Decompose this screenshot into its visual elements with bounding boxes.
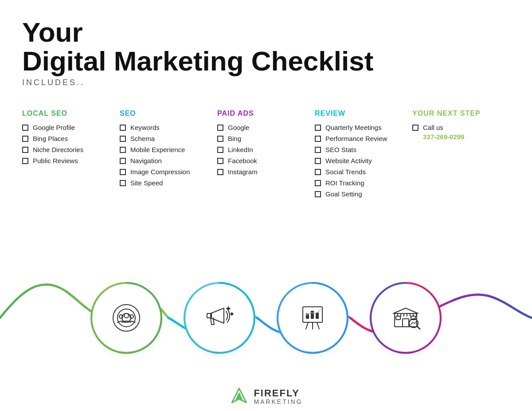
list-item: Navigation (120, 157, 217, 164)
column-next-step: YOUR NEXT STEP Call us 337-269-0299 (412, 110, 510, 201)
checkbox-icon (120, 136, 126, 142)
logo-section: FIREFLY MARKETING (229, 387, 302, 407)
phone-number: 337-269-0299 (423, 133, 464, 141)
item-label: Performance Review (325, 135, 387, 142)
list-item: Quarterly Meetings (315, 124, 412, 131)
checkbox-icon (315, 158, 321, 164)
item-label: Schema (130, 135, 155, 142)
storefront-icon (388, 300, 423, 336)
item-label: Navigation (130, 157, 162, 164)
checkbox-icon (217, 147, 223, 153)
checkbox-icon (217, 169, 223, 175)
column-local-seo: LOCAL SEO Google Profile Bing Places Nic… (22, 110, 120, 201)
item-label: Public Reviews (33, 157, 78, 164)
checkbox-icon (315, 147, 321, 153)
circle-wrapper-4 (372, 285, 439, 351)
checkbox-icon (120, 169, 126, 175)
item-label: Website Activity (325, 157, 372, 164)
checkbox-icon (412, 125, 419, 131)
item-label: Image Compression (130, 168, 190, 176)
checkbox-icon (315, 136, 321, 142)
item-label: Quarterly Meetings (325, 124, 382, 131)
list-item: LinkedIn (217, 146, 315, 153)
checkbox-icon (120, 180, 126, 186)
item-label: Bing (228, 135, 241, 142)
logo-firefly-text: FIREFLY (254, 388, 302, 399)
circle-icon-3 (279, 285, 346, 351)
col-heading-review: REVIEW (315, 110, 412, 117)
col-heading-seo: SEO (120, 110, 217, 117)
header: Your Digital Marketing Checklist INCLUDE… (0, 0, 532, 96)
item-label: Site Speed (130, 179, 163, 187)
circle-wrapper-1 (93, 285, 160, 351)
list-item: Instagram (217, 168, 315, 176)
checkbox-icon (120, 125, 126, 131)
logo-marketing-text: MARKETING (254, 399, 302, 405)
checkbox-icon (217, 136, 223, 142)
list-item: Performance Review (315, 135, 412, 142)
firefly-logo-icon (229, 387, 249, 407)
list-item: Google (217, 124, 315, 131)
col-heading-paid-ads: PAID ADS (217, 110, 315, 117)
item-label: Mobile Experience (130, 146, 185, 153)
checkbox-icon (22, 147, 28, 153)
circles-container (0, 269, 532, 367)
list-item: Niche Directories (22, 146, 120, 153)
col-heading-next-step: YOUR NEXT STEP (412, 110, 510, 117)
item-label: Niche Directories (33, 146, 83, 153)
target-people-icon (109, 300, 144, 336)
list-item: Public Reviews (22, 157, 120, 164)
title-line1: Your (22, 18, 510, 47)
list-item: SEO Stats (315, 146, 412, 153)
item-label: Goal Setting (325, 190, 362, 198)
checkbox-icon (315, 169, 321, 175)
checkbox-icon (22, 158, 28, 164)
svg-rect-13 (396, 316, 400, 320)
item-label: Instagram (228, 168, 258, 176)
col-heading-local-seo: LOCAL SEO (22, 110, 120, 117)
item-label: Google Profile (33, 124, 75, 131)
item-label: ROI Tracking (325, 179, 364, 187)
circle-icon-2 (186, 285, 253, 351)
checkbox-icon (22, 136, 28, 142)
circle-wrapper-3 (279, 285, 346, 351)
item-label: Social Trends (325, 168, 366, 176)
item-label: LinkedIn (228, 146, 253, 153)
list-item: ROI Tracking (315, 179, 412, 187)
list-item: Google Profile (22, 124, 120, 131)
checklist-section: LOCAL SEO Google Profile Bing Places Nic… (0, 96, 532, 206)
checkbox-icon (217, 125, 223, 131)
circle-wrapper-2 (186, 285, 253, 351)
list-item: Mobile Experience (120, 146, 217, 153)
list-item: Bing (217, 135, 315, 142)
checkbox-icon (315, 180, 321, 186)
item-label: Google (228, 124, 249, 131)
list-item: Keywords (120, 124, 217, 131)
list-item: Site Speed (120, 179, 217, 187)
item-label: Keywords (130, 124, 160, 131)
list-item: Schema (120, 135, 217, 142)
list-item: Call us (412, 124, 510, 131)
infographic-section (0, 260, 532, 376)
logo-text: FIREFLY MARKETING (254, 388, 302, 406)
analytics-icon (295, 300, 330, 336)
checkbox-icon (22, 125, 28, 131)
circle-icon-1 (93, 285, 160, 351)
page-container: Your Digital Marketing Checklist INCLUDE… (0, 0, 532, 411)
circle-icon-4 (372, 285, 439, 351)
item-label: SEO Stats (325, 146, 356, 153)
item-label: Bing Places (33, 135, 68, 142)
list-item: Social Trends (315, 168, 412, 176)
subtitle: INCLUDES.. (22, 78, 510, 87)
svg-rect-12 (403, 319, 409, 327)
checkbox-icon (315, 191, 321, 197)
list-item: Goal Setting (315, 190, 412, 198)
list-item: Bing Places (22, 135, 120, 142)
list-item: Facebook (217, 157, 315, 164)
list-item: Website Activity (315, 157, 412, 164)
column-paid-ads: PAID ADS Google Bing LinkedIn Facebook I… (217, 110, 315, 201)
column-seo: SEO Keywords Schema Mobile Experience Na… (120, 110, 217, 201)
title-line2: Digital Marketing Checklist (22, 47, 510, 75)
item-label: Call us (423, 124, 443, 131)
checkbox-icon (120, 158, 126, 164)
